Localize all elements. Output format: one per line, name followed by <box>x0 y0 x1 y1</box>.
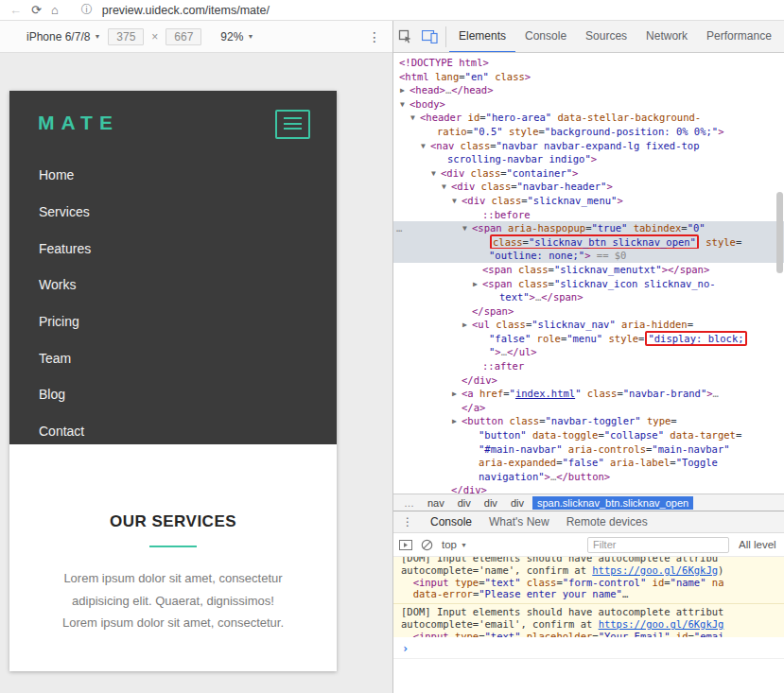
toolbar-divider <box>445 26 446 47</box>
paragraph-line: Lorem ipsum dolor sit amet, consectetur. <box>9 612 337 634</box>
dom-tree-line[interactable]: ▶<a href="index.html" class="navbar-bran… <box>393 387 784 401</box>
annotation-highlight-box: "display: block; <box>645 331 746 346</box>
reload-icon[interactable]: ⟳ <box>31 4 42 16</box>
dom-tree-line[interactable]: <!DOCTYPE html> <box>393 56 784 70</box>
browser-toolbar: ← ⟳ ⌂ ⓘ preview.uideck.com/items/mate/ <box>0 0 784 21</box>
back-icon[interactable]: ← <box>9 4 22 16</box>
devtools-tab-performance[interactable]: Performance <box>697 21 781 53</box>
breadcrumb-item[interactable]: div <box>453 496 476 510</box>
dom-tree-line[interactable]: <html lang="en" class> <box>393 70 784 84</box>
mobile-nav-item[interactable]: Team <box>9 339 337 376</box>
dom-tree-line[interactable]: </div> <box>393 483 784 494</box>
dom-tree-line[interactable]: ▶<head>…</head> <box>393 83 784 97</box>
console-drawer-tab[interactable]: Remote devices <box>558 511 656 532</box>
breadcrumb-item[interactable]: span.slicknav_btn.slicknav_open <box>532 496 693 510</box>
toggle-device-toolbar-icon[interactable] <box>422 30 438 43</box>
console-prompt[interactable]: › <box>393 637 784 659</box>
breadcrumb-item[interactable]: … <box>399 496 419 510</box>
dom-tree-line[interactable]: ▶<button class="navbar-toggler" type= <box>393 414 784 428</box>
dom-tree-line[interactable]: ▼<div class="slicknav_menu"> <box>393 194 784 208</box>
scrollbar-thumb[interactable] <box>776 192 783 273</box>
code-link[interactable]: index.html <box>515 388 575 399</box>
dom-tree-line[interactable]: "#main-navbar" aria-controls="main-navba… <box>393 442 784 457</box>
drawer-menu-icon[interactable]: ⋮ <box>402 515 413 528</box>
dom-tree-line[interactable]: "false" role="menu" style="display: bloc… <box>393 332 784 346</box>
devtools-pane: ElementsConsoleSourcesNetworkPerformance… <box>392 21 784 693</box>
services-section: OUR SERVICES Lorem ipsum dolor sit amet,… <box>9 444 337 634</box>
address-bar-url[interactable]: preview.uideck.com/items/mate/ <box>102 4 270 17</box>
main-split: iPhone 6/7/8 ▼ × 92% ▼ ⋮ MATE <box>0 21 784 693</box>
dom-tree-line[interactable]: ▼<nav class="navbar navbar-expand-lg fix… <box>393 139 784 153</box>
dom-tree-line[interactable]: ::before <box>393 208 784 222</box>
console-message-line: [DOM] Input elements should have autocom… <box>401 606 784 618</box>
paragraph-line: Lorem ipsum dolor sit amet, consectetur <box>9 567 337 590</box>
console-toolbar: top ▼ All levels <box>393 533 784 557</box>
dom-tree-line[interactable]: text">…</span> <box>393 290 784 304</box>
console-message-line: [DOM] Input elements should have autocom… <box>401 557 784 564</box>
hamburger-button[interactable] <box>275 110 310 139</box>
dom-tree-line[interactable]: </div> <box>393 373 784 388</box>
dom-tree-line[interactable]: ::after <box>393 359 784 373</box>
mobile-nav-item[interactable]: Features <box>9 230 337 267</box>
dom-tree-line[interactable]: "button" data-toggle="collapse" data-tar… <box>393 428 784 442</box>
mobile-nav-item[interactable]: Home <box>9 157 337 194</box>
breadcrumb-item[interactable]: nav <box>423 496 449 510</box>
dom-tree-line[interactable]: ▼<div class="container"> <box>393 166 784 181</box>
dom-tree-line[interactable]: …▼<span aria-haspopup="true" tabindex="0… <box>393 221 784 235</box>
console-sidebar-icon[interactable] <box>399 540 412 550</box>
device-toolbar-menu-icon[interactable]: ⋮ <box>368 29 381 44</box>
console-drawer-tab[interactable]: Console <box>422 511 480 532</box>
mobile-nav-item[interactable]: Services <box>9 194 337 231</box>
inspect-element-icon[interactable] <box>398 29 412 43</box>
dom-tree-line[interactable]: ▼<header id="hero-area" data-stellar-bac… <box>393 111 784 125</box>
devtools-tab-network[interactable]: Network <box>636 21 697 53</box>
dom-tree-line[interactable]: </span> <box>393 304 784 319</box>
dom-tree-line[interactable]: class="slicknav_btn slicknav_open" style… <box>393 235 784 250</box>
dom-tree-line[interactable]: ▼<div class="navbar-header"> <box>393 180 784 194</box>
dom-tree-line[interactable]: </a> <box>393 401 784 415</box>
dom-tree-line[interactable]: ▶<ul class="slicknav_nav" aria-hidden= <box>393 318 784 332</box>
code-link[interactable]: https://goo.gl/6KgkJg <box>599 618 724 630</box>
dom-tree-line[interactable]: ratio="0.5" style="background-position: … <box>393 125 784 139</box>
devtools-tab-elements[interactable]: Elements <box>449 21 515 53</box>
browser-window: ← ⟳ ⌂ ⓘ preview.uideck.com/items/mate/ i… <box>0 0 784 693</box>
breadcrumb-item[interactable]: div <box>506 496 529 510</box>
chevron-down-icon: ▼ <box>461 542 467 548</box>
dom-tree-line[interactable]: ▼<body> <box>393 97 784 112</box>
mobile-nav-item[interactable]: Works <box>9 267 337 303</box>
console-message-line: <input type="text" class="form-control" … <box>401 577 784 589</box>
dimension-separator: × <box>151 30 158 43</box>
viewport-width-input[interactable] <box>108 28 144 45</box>
device-selector[interactable]: iPhone 6/7/8 ▼ <box>26 30 100 43</box>
code-link[interactable]: https://goo.gl/6KgkJg <box>592 564 718 576</box>
console-filter-input[interactable] <box>587 537 729 553</box>
mobile-nav-item[interactable]: Blog <box>9 376 337 413</box>
devtools-tab-sources[interactable]: Sources <box>576 21 636 53</box>
console-message-line: data-error="Please enter your name"… <box>401 588 784 600</box>
execution-context-selector[interactable]: top ▼ <box>442 539 467 550</box>
annotation-highlight-box: class="slicknav_btn slicknav_open" <box>490 234 699 250</box>
dom-tree-line[interactable]: scrolling-navbar indigo"> <box>393 152 784 166</box>
dom-tree-line[interactable]: aria-expanded="false" aria-label="Toggle <box>393 456 784 470</box>
page-info-icon[interactable]: ⓘ <box>81 2 93 18</box>
log-levels-selector[interactable]: All levels <box>739 539 776 550</box>
viewport-height-input[interactable] <box>166 28 201 45</box>
mobile-nav-item[interactable]: Pricing <box>9 303 337 340</box>
breadcrumb-item[interactable]: div <box>479 496 502 510</box>
hamburger-icon <box>284 117 302 119</box>
dom-tree-line[interactable]: ">…</ul> <box>393 345 784 359</box>
dom-tree-line[interactable]: ▶<span class="slicknav_icon slicknav_no- <box>393 277 784 291</box>
home-icon[interactable]: ⌂ <box>51 4 59 16</box>
dom-tree-line[interactable]: "outline: none;"> == $0 <box>393 249 784 263</box>
zoom-selector[interactable]: 92% ▼ <box>220 30 253 43</box>
mobile-nav-item[interactable]: Contact <box>9 413 337 450</box>
clear-console-icon[interactable] <box>421 539 433 551</box>
dom-breadcrumb: …navdivdivdivspan.slicknav_btn.slicknav_… <box>393 494 784 511</box>
dom-tree-line[interactable]: navigation">…</button> <box>393 470 784 484</box>
devtools-tab-console[interactable]: Console <box>515 21 576 53</box>
console-drawer-tab[interactable]: What's New <box>480 511 558 532</box>
device-toolbar: iPhone 6/7/8 ▼ × 92% ▼ ⋮ <box>0 21 392 53</box>
dom-tree-line[interactable]: <span class="slicknav_menutxt"></span> <box>393 263 784 277</box>
more-actions-gutter-icon[interactable]: … <box>396 221 402 235</box>
console-messages: [DOM] Input elements should have autocom… <box>393 557 784 693</box>
